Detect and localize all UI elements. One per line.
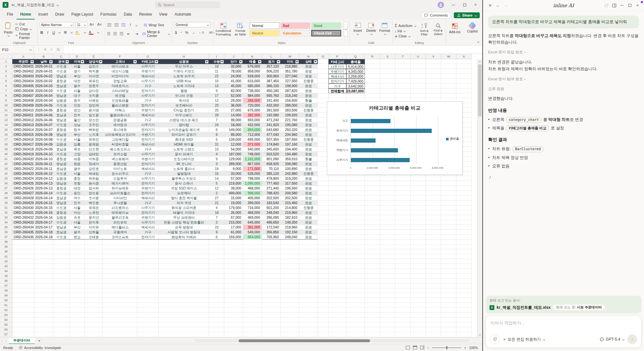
- cell[interactable]: 노트북 스탠드: [159, 147, 209, 152]
- cell[interactable]: 태블릿 거치대: [159, 210, 209, 215]
- cell[interactable]: 506,220: [262, 69, 281, 74]
- cell[interactable]: 완료: [299, 215, 318, 220]
- cell[interactable]: 187,650: [281, 137, 299, 142]
- cell[interactable]: 215,460: [281, 201, 299, 205]
- page-layout-view-button[interactable]: [413, 346, 417, 349]
- cell[interactable]: 468,000: [243, 186, 262, 191]
- row-header[interactable]: 30: [0, 201, 12, 205]
- tab-review[interactable]: Review: [135, 10, 155, 20]
- column-header-cell[interactable]: 권역: [53, 59, 69, 64]
- cell[interactable]: 충청권: [53, 108, 69, 113]
- cell[interactable]: 198,900: [281, 84, 299, 88]
- cell[interactable]: 영남권: [53, 132, 69, 137]
- cell[interactable]: 부산: [69, 74, 85, 79]
- cell[interactable]: 독서대: [159, 98, 209, 103]
- cell[interactable]: 가구: [137, 118, 159, 123]
- column-header-O[interactable]: O: [318, 54, 328, 59]
- cell[interactable]: 환불: [299, 98, 318, 103]
- cell[interactable]: 549,000: [243, 230, 262, 235]
- cell[interactable]: 18,000: [224, 123, 243, 127]
- cell[interactable]: 조우진: [85, 123, 103, 127]
- cell[interactable]: 포항: [69, 181, 85, 186]
- cell[interactable]: 271,440: [262, 186, 281, 191]
- cell[interactable]: 고양: [69, 152, 85, 157]
- row-header[interactable]: 42: [0, 259, 12, 264]
- cell[interactable]: 주변기기: [137, 69, 159, 74]
- cell[interactable]: 완료: [299, 93, 318, 98]
- cell[interactable]: 마우스패드: [159, 113, 209, 118]
- cell[interactable]: 완료: [299, 147, 318, 152]
- cell[interactable]: 미래로지스: [103, 84, 137, 88]
- cell[interactable]: 798,000: [243, 176, 262, 181]
- share-button[interactable]: Share: [454, 12, 480, 18]
- row-header[interactable]: 14: [0, 123, 12, 127]
- cell[interactable]: 노트북 거치대: [159, 84, 209, 88]
- cell[interactable]: 21: [209, 201, 224, 205]
- cell[interactable]: 광주: [69, 166, 85, 171]
- row-header[interactable]: 48: [0, 288, 12, 293]
- cell[interactable]: 영남권: [53, 74, 69, 79]
- cell[interactable]: 문채원: [85, 142, 103, 147]
- cell[interactable]: ORD-260415: [12, 132, 34, 137]
- cell[interactable]: 5,414,000: [346, 64, 365, 69]
- cell[interactable]: 노지후: [85, 132, 103, 137]
- cell[interactable]: 와이파이 공유기: [159, 132, 209, 137]
- cell[interactable]: 2026-04-13: [34, 181, 53, 186]
- cell[interactable]: 192,080: [262, 113, 281, 118]
- row-header[interactable]: 21: [0, 157, 12, 162]
- clear-button[interactable]: ◈Clear: [395, 34, 416, 38]
- cell[interactable]: 완료: [299, 210, 318, 215]
- column-header-X[interactable]: X: [456, 54, 472, 59]
- cell[interactable]: 159,000: [224, 235, 243, 240]
- cell[interactable]: 넥스트웨어: [103, 157, 137, 162]
- cancel-icon[interactable]: ✕: [44, 47, 47, 52]
- cell[interactable]: 한소민: [85, 118, 103, 123]
- cell[interactable]: 1,161,000: [243, 157, 262, 162]
- bold-button[interactable]: B: [40, 30, 44, 35]
- row-header[interactable]: 7: [0, 88, 12, 93]
- column-header-cell[interactable]: 상태: [299, 59, 318, 64]
- cell[interactable]: 357,120: [262, 64, 281, 69]
- category-chart[interactable]: 카테고리별 총매출 비교 총매출 02,000,0004,000,0006,00…: [327, 101, 463, 175]
- cell[interactable]: 148,350: [281, 220, 299, 225]
- format-painter-button[interactable]: Format Painter: [15, 32, 35, 40]
- column-header-cell[interactable]: 단가: [224, 59, 243, 64]
- cell[interactable]: 영남권: [53, 181, 69, 186]
- cell[interactable]: 완료: [299, 103, 318, 108]
- cell[interactable]: 강원권: [53, 98, 69, 103]
- row-header[interactable]: 10: [0, 103, 12, 108]
- cell[interactable]: 박세린: [85, 171, 103, 176]
- cell[interactable]: 18: [209, 64, 224, 69]
- cell[interactable]: 499,000: [224, 191, 243, 196]
- cell[interactable]: 가구: [328, 84, 346, 88]
- forward-arrow-icon[interactable]: →: [502, 2, 510, 9]
- row-header[interactable]: 26: [0, 181, 12, 186]
- cell[interactable]: 의자 쿠션: [159, 201, 209, 205]
- cell[interactable]: 굿홈케어: [103, 230, 137, 235]
- row-header[interactable]: 34: [0, 220, 12, 225]
- cell[interactable]: 2026-04-01: [34, 64, 53, 69]
- zoom-slider[interactable]: [432, 347, 461, 348]
- cell[interactable]: 528,000: [243, 171, 262, 176]
- chat-input[interactable]: 이어서 작업하기...: [490, 320, 637, 326]
- cell[interactable]: 2026-04-17: [34, 220, 53, 225]
- row-header[interactable]: 15: [0, 127, 12, 132]
- copy-button[interactable]: Copy: [15, 27, 35, 31]
- cell[interactable]: 14,000: [224, 113, 243, 118]
- cell[interactable]: 36,000: [224, 103, 243, 108]
- cell[interactable]: 23: [209, 225, 224, 230]
- attach-button[interactable]: [490, 334, 500, 344]
- cell[interactable]: 227,550: [281, 79, 299, 84]
- cell[interactable]: ORD-260424: [12, 176, 34, 181]
- cell[interactable]: 서울: [69, 64, 85, 69]
- cell[interactable]: 액세서리: [137, 74, 159, 79]
- cell[interactable]: 주변기기: [137, 132, 159, 137]
- cell[interactable]: 4K 모니터: [159, 162, 209, 166]
- cell[interactable]: 전자기기: [137, 103, 159, 108]
- cell[interactable]: 2026-04-02: [34, 79, 53, 84]
- cell[interactable]: 한빛교육: [103, 79, 137, 84]
- popout-icon[interactable]: [602, 2, 610, 9]
- cell[interactable]: 블루투스 키보드: [159, 176, 209, 181]
- maximize-button[interactable]: [626, 2, 634, 9]
- cell[interactable]: 윤서준: [85, 181, 103, 186]
